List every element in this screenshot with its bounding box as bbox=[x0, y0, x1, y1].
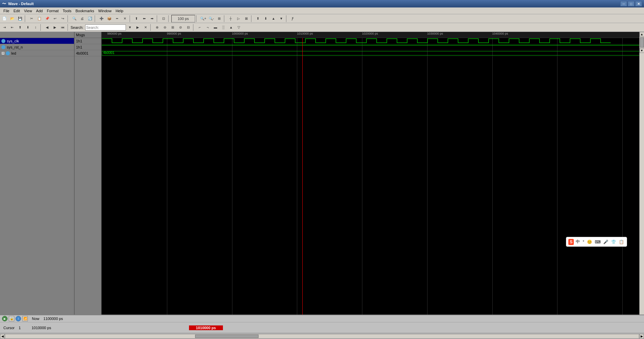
menu-view[interactable]: View bbox=[22, 8, 34, 14]
ime-degree-btn[interactable]: ° bbox=[582, 239, 585, 245]
tb-zoom-fit[interactable]: ⊞ bbox=[215, 15, 223, 22]
menu-tools[interactable]: Tools bbox=[61, 8, 74, 14]
tb-open[interactable]: 📂 bbox=[8, 15, 16, 22]
status-icon-signal[interactable]: 📶 bbox=[22, 316, 28, 321]
maximize-button[interactable]: □ bbox=[628, 1, 634, 6]
search-go[interactable]: ▶ bbox=[134, 24, 141, 31]
tb2-sig-view5[interactable]: ▲ bbox=[227, 24, 235, 31]
sep4 bbox=[130, 15, 132, 22]
vertical-scrollbar-thumb[interactable] bbox=[640, 37, 644, 48]
tb-signal-up[interactable]: ⬆ bbox=[254, 15, 262, 22]
time-display[interactable]: 100 ps bbox=[171, 15, 195, 22]
tb-up[interactable]: ⬆ bbox=[133, 15, 140, 22]
tb-paste[interactable]: 📌 bbox=[43, 15, 51, 22]
menu-window[interactable]: Window bbox=[96, 8, 114, 14]
waveform-area[interactable]: 980000 ps 990000 ps 1000000 ps 1010000 p… bbox=[102, 32, 644, 315]
tick-1010000: 1010000 ps bbox=[297, 32, 313, 35]
ime-mic-btn[interactable]: 🎤 bbox=[603, 239, 609, 245]
wave-row-sys-clk bbox=[102, 38, 644, 44]
signal-icon-led bbox=[6, 51, 10, 55]
tb2-prev[interactable]: ◀ bbox=[43, 24, 51, 31]
tick-1020000: 1020000 ps bbox=[362, 32, 378, 35]
tb-zoom-out[interactable]: 🔍- bbox=[208, 15, 215, 22]
ime-clipboard-btn[interactable]: 📋 bbox=[618, 239, 625, 245]
tb-remove[interactable]: ✕ bbox=[121, 15, 129, 22]
menu-bookmarks[interactable]: Bookmarks bbox=[73, 8, 96, 14]
ime-emoji-btn[interactable]: 😊 bbox=[586, 239, 593, 245]
scroll-left-button[interactable]: ◀ bbox=[0, 334, 5, 339]
menu-file[interactable]: File bbox=[1, 8, 12, 14]
search-input[interactable] bbox=[85, 24, 126, 31]
status-icon-lock[interactable]: 🔒 bbox=[9, 316, 14, 321]
tb2-outdent[interactable]: ⇤ bbox=[8, 24, 16, 31]
horizontal-scrollbar[interactable] bbox=[5, 334, 639, 339]
tb2-sig-view1[interactable]: ⌐ bbox=[196, 24, 204, 31]
signal-row-sys-clk[interactable]: sys_clk bbox=[0, 38, 74, 44]
tb-cut[interactable]: ✂ bbox=[28, 15, 35, 22]
status-icon-play[interactable]: ▶ bbox=[2, 316, 7, 321]
scroll-up-button[interactable]: ▲ bbox=[640, 32, 644, 37]
tb-redo[interactable]: ↪ bbox=[59, 15, 67, 22]
ime-s-btn[interactable]: S bbox=[568, 239, 574, 245]
tb2-next[interactable]: ▶ bbox=[51, 24, 59, 31]
led-expand-icon[interactable]: + bbox=[1, 52, 5, 55]
tb-left[interactable]: ⬅ bbox=[140, 15, 148, 22]
cursor-value: 1010000 ps bbox=[30, 326, 53, 330]
search-clear[interactable]: ✕ bbox=[142, 24, 149, 31]
tb2-sig-view3[interactable]: ▬ bbox=[212, 24, 219, 31]
tb2-move-up[interactable]: ⬆ bbox=[16, 24, 24, 31]
tb2-move-down[interactable]: ⬇ bbox=[24, 24, 32, 31]
tb2-zoom-cursor[interactable]: ⊘ bbox=[177, 24, 184, 31]
menu-help[interactable]: Help bbox=[114, 8, 126, 14]
tb-copy[interactable]: 📋 bbox=[36, 15, 43, 22]
ime-keyboard-btn[interactable]: ⌨ bbox=[594, 239, 601, 245]
tb2-sig-view6[interactable]: ▽ bbox=[235, 24, 243, 31]
signal-row-sys-rst-n[interactable]: sys_rst_n bbox=[0, 44, 74, 50]
tb-signal-down[interactable]: ⬇ bbox=[262, 15, 269, 22]
search-dropdown[interactable]: ▼ bbox=[126, 24, 134, 31]
scroll-down-button[interactable]: ▼ bbox=[640, 48, 644, 53]
close-button[interactable]: ✕ bbox=[635, 1, 642, 6]
ime-chinese-btn[interactable]: 中 bbox=[575, 238, 581, 245]
tb-format[interactable]: Ƒ bbox=[289, 15, 297, 22]
tb2-rewind[interactable]: ⏮ bbox=[59, 24, 67, 31]
tb-new[interactable]: 📄 bbox=[1, 15, 8, 22]
tb2-indent[interactable]: ⇥ bbox=[1, 24, 8, 31]
sep12 bbox=[68, 24, 70, 31]
tb2-sig-view2[interactable]: ¬ bbox=[204, 24, 211, 31]
signal-row-led[interactable]: + led bbox=[0, 50, 74, 56]
tb-zoom-in[interactable]: 🔍+ bbox=[199, 15, 207, 22]
tb-reload[interactable]: 🔄 bbox=[86, 15, 94, 22]
now-value: 1100000 ps bbox=[41, 317, 65, 321]
ime-shirt-btn[interactable]: 👕 bbox=[610, 239, 617, 245]
tb-collapse[interactable]: ▲ bbox=[270, 15, 277, 22]
tb-save[interactable]: 💾 bbox=[16, 15, 24, 22]
minimize-button[interactable]: ─ bbox=[620, 1, 627, 6]
tb2-sort[interactable]: ↕ bbox=[32, 24, 39, 31]
menu-edit[interactable]: Edit bbox=[12, 8, 22, 14]
tb-add-divider[interactable]: ━ bbox=[113, 15, 121, 22]
status-icon-info[interactable]: i bbox=[16, 316, 21, 321]
tb-cursor[interactable]: ┼ bbox=[227, 15, 234, 22]
tb-add-group[interactable]: 📦 bbox=[106, 15, 113, 22]
tb2-zoom-base[interactable]: ⊟ bbox=[185, 24, 192, 31]
status-top: ▶ 🔒 i 📶 Now 1100000 ps bbox=[0, 315, 644, 322]
tb-find[interactable]: 🔍 bbox=[71, 15, 78, 22]
scroll-right-button[interactable]: ▶ bbox=[639, 334, 644, 339]
tb-undo[interactable]: ↩ bbox=[51, 15, 59, 22]
tb-zoom-region[interactable]: ⊠ bbox=[243, 15, 250, 22]
tb-marker[interactable]: ▷ bbox=[235, 15, 242, 22]
menu-add[interactable]: Add bbox=[34, 8, 45, 14]
tb2-zoom-out[interactable]: ⊖ bbox=[161, 24, 169, 31]
tb-add-wave[interactable]: ➕ bbox=[98, 15, 105, 22]
tb2-sig-view4[interactable]: ░ bbox=[220, 24, 227, 31]
tb2-zoom-full[interactable]: ⊞ bbox=[169, 24, 176, 31]
menu-format[interactable]: Format bbox=[45, 8, 61, 14]
signal-name-sys-clk: sys_clk bbox=[7, 39, 19, 43]
tb-expand[interactable]: ▼ bbox=[278, 15, 285, 22]
tb-right[interactable]: ➡ bbox=[148, 15, 156, 22]
tb-fit[interactable]: ⊡ bbox=[160, 15, 167, 22]
tb-print[interactable]: 🖨 bbox=[78, 15, 86, 22]
horizontal-scrollbar-thumb[interactable] bbox=[195, 335, 259, 338]
tb2-zoom-in[interactable]: ⊕ bbox=[153, 24, 161, 31]
